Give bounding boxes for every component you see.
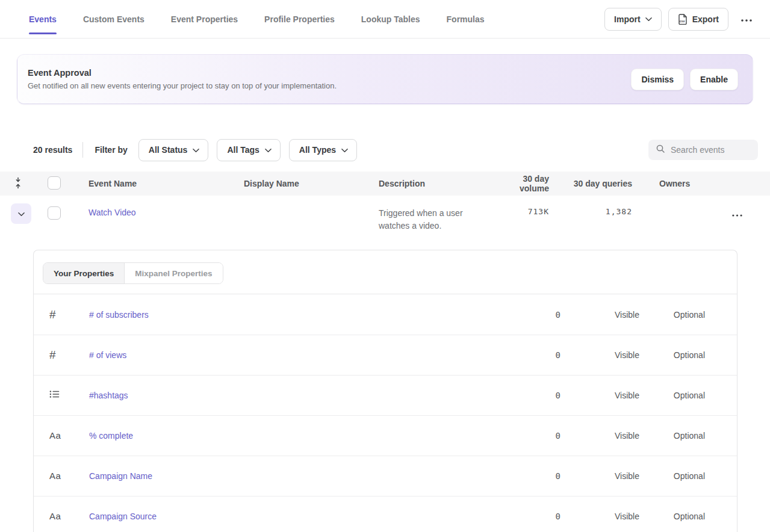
- property-name-cell: # of subscribers: [89, 309, 483, 320]
- expander-cell: [0, 203, 36, 224]
- property-requirement: Optional: [639, 471, 705, 481]
- property-name-cell: Campaign Source: [89, 511, 483, 522]
- collapse-all-cell[interactable]: [0, 177, 36, 191]
- property-name-link[interactable]: % complete: [89, 431, 133, 441]
- property-visibility: Visible: [561, 431, 639, 441]
- properties-tab-label: Mixpanel Properties: [135, 269, 212, 278]
- col-volume: 30 day volume: [492, 174, 549, 193]
- col-queries: 30 day queries: [549, 179, 632, 188]
- nav-tab-label: Event Properties: [171, 14, 238, 24]
- enable-button[interactable]: Enable: [690, 69, 738, 90]
- divider: [82, 142, 83, 158]
- property-name-cell: # of views: [89, 350, 483, 360]
- text-type-icon: Aa: [49, 511, 61, 521]
- select-all-checkbox[interactable]: [48, 176, 61, 190]
- nav-tab[interactable]: Formulas: [447, 0, 485, 38]
- property-count: 0: [483, 391, 561, 400]
- property-requirement: Optional: [639, 431, 705, 441]
- nav-tab[interactable]: Lookup Tables: [361, 0, 420, 38]
- property-row: # Aa Campaign Name 0 Visible Optional: [34, 456, 737, 496]
- nav-tab[interactable]: Custom Events: [83, 0, 144, 38]
- more-options-button[interactable]: [737, 11, 756, 27]
- property-row: # Aa # of views 0 Visible Optional: [34, 335, 737, 375]
- nav-tab[interactable]: Profile Properties: [264, 0, 335, 38]
- nav-tab-label: Custom Events: [83, 14, 144, 24]
- import-button-label: Import: [614, 14, 641, 24]
- filter-dropdown[interactable]: All Tags: [217, 139, 280, 161]
- property-name-link[interactable]: #hashtags: [89, 391, 128, 400]
- property-row: # Aa Campaign Source 0 Visible Optional: [34, 496, 737, 532]
- nav-tab-label: Events: [29, 14, 57, 24]
- property-count: 0: [483, 431, 561, 441]
- chevron-down-icon: [645, 17, 652, 22]
- property-name-link[interactable]: # of views: [89, 350, 126, 360]
- collapse-row-button[interactable]: [11, 203, 31, 224]
- chevron-down-icon: [265, 145, 272, 155]
- property-visibility: Visible: [561, 310, 639, 320]
- property-visibility: Visible: [561, 512, 639, 521]
- search-input[interactable]: [671, 145, 752, 155]
- filter-dropdown[interactable]: All Types: [289, 139, 357, 161]
- property-row: # Aa # of subscribers 0 Visible Optional: [34, 294, 737, 335]
- text-type-icon: Aa: [49, 430, 61, 441]
- import-button[interactable]: Import: [604, 8, 662, 31]
- export-button-label: Export: [692, 14, 719, 24]
- chevron-down-icon: [341, 145, 348, 155]
- property-count: 0: [483, 350, 561, 360]
- filter-dropdown[interactable]: All Status: [138, 139, 209, 161]
- property-name-link[interactable]: Campaign Source: [89, 512, 157, 521]
- filter-bar: 20 results Filter by All Status All Tags…: [33, 138, 758, 161]
- nav-tab[interactable]: Events: [29, 0, 57, 38]
- dismiss-button[interactable]: Dismiss: [631, 69, 684, 90]
- filter-dropdown-label: All Status: [149, 145, 188, 155]
- banner-title: Event Approval: [28, 68, 337, 78]
- panel-tabs: Your Properties Mixpanel Properties: [43, 262, 223, 284]
- property-name-link[interactable]: # of subscribers: [89, 310, 149, 320]
- number-type-icon: #: [49, 308, 56, 321]
- export-button[interactable]: csv Export: [668, 8, 728, 31]
- property-count: 0: [483, 512, 561, 521]
- event-approval-banner: Event Approval Get notified on all new e…: [17, 54, 753, 104]
- row-checkbox[interactable]: [48, 206, 61, 220]
- property-requirement: Optional: [639, 310, 705, 320]
- col-display-name: Display Name: [244, 179, 379, 188]
- property-type-cell: # Aa: [34, 471, 89, 481]
- property-type-cell: # Aa: [34, 430, 89, 441]
- filter-dropdowns: All Status All Tags All Types: [138, 139, 357, 161]
- col-owners: Owners: [632, 179, 719, 188]
- properties-tab[interactable]: Your Properties: [43, 263, 124, 283]
- filter-dropdown-label: All Types: [299, 145, 336, 155]
- event-volume: 713K: [492, 203, 549, 216]
- number-type-icon: #: [49, 348, 56, 362]
- list-type-icon: [49, 390, 60, 398]
- property-name-link[interactable]: Campaign Name: [89, 471, 152, 481]
- chevron-down-icon: [18, 209, 25, 218]
- event-row: Watch Video Triggered when a user watche…: [0, 196, 770, 241]
- event-name-link[interactable]: Watch Video: [88, 208, 136, 217]
- search-box[interactable]: [648, 140, 758, 160]
- col-description: Description: [379, 179, 492, 188]
- property-visibility: Visible: [561, 471, 639, 481]
- search-icon: [656, 144, 665, 156]
- text-type-icon: Aa: [49, 471, 61, 481]
- property-type-cell: # Aa: [34, 308, 89, 321]
- properties-tab[interactable]: Mixpanel Properties: [124, 263, 222, 283]
- ellipsis-icon: [741, 14, 752, 23]
- property-visibility: Visible: [561, 391, 639, 400]
- col-event-name: Event Name: [88, 179, 244, 188]
- property-requirement: Optional: [639, 391, 705, 400]
- property-requirement: Optional: [639, 350, 705, 360]
- property-type-cell: # Aa: [34, 511, 89, 522]
- chevron-down-icon: [193, 145, 199, 155]
- banner-actions: Dismiss Enable: [631, 69, 738, 90]
- row-more-button[interactable]: [731, 208, 744, 220]
- filter-dropdown-label: All Tags: [227, 145, 259, 155]
- table-header: Event Name Display Name Description 30 d…: [0, 172, 770, 196]
- nav-tab[interactable]: Event Properties: [171, 0, 238, 38]
- property-type-cell: # Aa: [34, 390, 89, 401]
- property-count: 0: [483, 310, 561, 320]
- banner-subtitle: Get notified on all new events entering …: [28, 81, 337, 90]
- property-name-cell: #hashtags: [89, 390, 483, 401]
- property-type-cell: # Aa: [34, 348, 89, 362]
- property-name-cell: Campaign Name: [89, 471, 483, 481]
